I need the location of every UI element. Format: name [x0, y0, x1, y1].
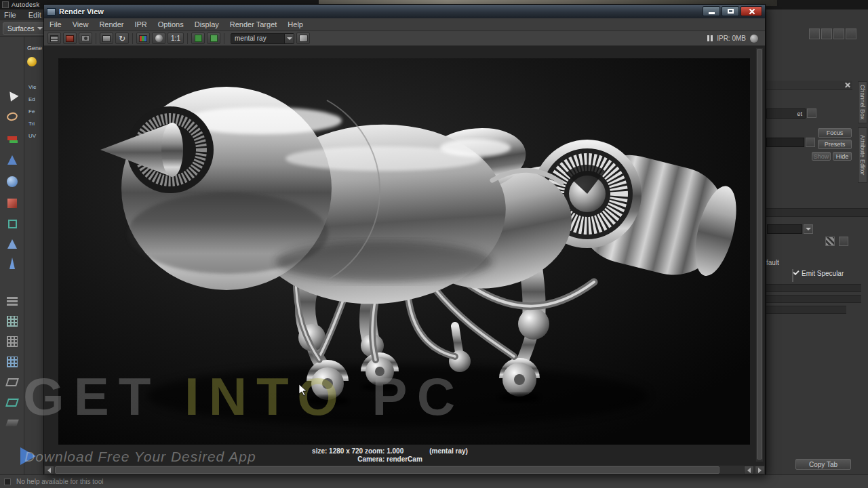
light-bulb-icon[interactable] — [27, 57, 37, 66]
paint-select-tool-icon[interactable] — [4, 130, 20, 146]
menu-view[interactable]: View — [67, 20, 94, 28]
render-view-window-icon — [47, 8, 56, 16]
watermark-tagline: Download Free Your Desired App — [24, 449, 256, 465]
scroll-left-button-2[interactable] — [744, 466, 754, 474]
shelf-tab-label: Surfaces — [7, 25, 34, 33]
shelf-label-truncated: Gene — [27, 45, 42, 52]
select-tool-icon[interactable] — [4, 87, 20, 103]
render-view-menubar: File View Render IPR Options Display Ren… — [44, 18, 765, 31]
left-panel-strip: Gene Vie Ed Fe Tri UV — [24, 37, 43, 308]
lattice-icon[interactable] — [4, 354, 20, 370]
checker-texture-icon[interactable] — [825, 237, 835, 246]
menu-options[interactable]: Options — [153, 20, 189, 28]
layout-four-view-icon[interactable] — [821, 28, 832, 39]
one-to-one-button[interactable]: 1:1 — [167, 33, 184, 44]
ae-text-input[interactable] — [766, 138, 804, 147]
vertical-scrollbar[interactable] — [755, 47, 764, 462]
chevron-down-icon — [37, 27, 43, 30]
focus-button[interactable]: Focus — [818, 128, 852, 138]
renderer-dropdown[interactable]: mental ray — [231, 33, 294, 44]
nurbs-cone-icon[interactable] — [4, 152, 20, 168]
status-help-text: No help available for this tool — [16, 478, 103, 485]
render-current-frame-icon[interactable] — [47, 33, 61, 44]
attribute-dropdown[interactable] — [767, 224, 802, 234]
hide-button[interactable]: Hide — [833, 152, 852, 161]
maya-app-icon — [2, 1, 9, 8]
watermark-word-into: INTO — [184, 367, 348, 426]
layout-split-icon[interactable] — [833, 28, 844, 39]
node-list-icon[interactable] — [807, 108, 816, 118]
grid-plane-icon[interactable] — [4, 333, 20, 350]
save-image-icon[interactable] — [296, 33, 310, 44]
presets-button[interactable]: Presets — [818, 140, 852, 149]
scroll-right-button[interactable] — [755, 466, 765, 474]
minimize-button[interactable] — [703, 6, 720, 16]
panel-label-view: Vie — [28, 84, 36, 90]
snapshot-icon[interactable] — [79, 33, 92, 44]
scroll-left-button[interactable] — [44, 466, 54, 474]
maya-menu-edit[interactable]: Edit — [28, 11, 41, 19]
menu-file[interactable]: File — [44, 20, 67, 28]
menu-ipr[interactable]: IPR — [129, 20, 152, 28]
shelf-tab-surfaces[interactable]: Surfaces — [3, 22, 47, 35]
ipr-memory-label: IPR: 0MB — [717, 35, 746, 42]
remove-image-icon[interactable] — [207, 33, 220, 44]
pause-icon[interactable] — [707, 35, 713, 41]
polygon-cube-icon[interactable] — [4, 195, 20, 211]
menu-render[interactable]: Render — [94, 20, 129, 28]
close-button[interactable] — [741, 6, 762, 16]
close-icon[interactable] — [844, 82, 850, 88]
ipr-render-icon[interactable] — [100, 33, 113, 44]
render-swatch-icon[interactable] — [839, 237, 848, 246]
vertical-scrollbar-thumb[interactable] — [757, 49, 762, 460]
layout-outliner-icon[interactable] — [846, 28, 856, 39]
chevron-down-icon[interactable] — [284, 34, 294, 43]
render-view-titlebar[interactable]: Render View — [44, 5, 765, 18]
attribute-row[interactable] — [766, 284, 861, 292]
plane-tool-icon[interactable] — [4, 374, 20, 390]
dropdown-arrow-icon[interactable] — [804, 224, 813, 234]
horizontal-scrollbar[interactable] — [44, 465, 765, 474]
keep-image-icon[interactable] — [191, 33, 205, 44]
renderer-name-label: (mental ray) — [429, 447, 468, 455]
ground-plane-icon[interactable] — [4, 415, 20, 431]
section-bar[interactable] — [766, 208, 868, 217]
refresh-render-icon[interactable]: ↻ — [115, 33, 129, 44]
attribute-row[interactable] — [766, 306, 846, 314]
redo-previous-render-icon[interactable] — [63, 33, 77, 44]
emit-specular-checkbox[interactable] — [792, 269, 793, 282]
menu-display[interactable]: Display — [189, 20, 224, 28]
maya-menu-file[interactable]: File — [4, 11, 16, 19]
spike-tool-icon[interactable] — [4, 255, 20, 271]
cube-wireframe-icon[interactable] — [4, 216, 20, 232]
menu-help[interactable]: Help — [282, 20, 309, 28]
help-toggle-checkbox[interactable] — [4, 479, 11, 485]
rgb-channels-icon[interactable] — [136, 33, 150, 44]
attribute-panel: et Focus Presets Show Hide fault Emit Sp… — [766, 9, 868, 474]
node-name-field[interactable]: et — [766, 108, 806, 119]
panel-label-edit: Ed — [28, 96, 35, 102]
maya-statusbar: No help available for this tool — [0, 474, 868, 488]
panel-label-tri: Tri — [28, 121, 35, 127]
mouse-cursor — [298, 384, 309, 397]
menu-render-target[interactable]: Render Target — [224, 20, 283, 28]
alpha-channel-icon[interactable] — [152, 33, 165, 44]
watermark-logo: GET INTO PC — [23, 366, 465, 428]
attribute-editor-tab[interactable]: Attribute Editor — [858, 127, 867, 183]
layout-single-icon[interactable] — [809, 28, 820, 39]
copy-tab-button[interactable]: Copy Tab — [795, 459, 851, 470]
maximize-button[interactable] — [722, 6, 739, 16]
surface-patch-icon[interactable] — [4, 394, 20, 411]
panel-label-face: Fe — [28, 108, 35, 115]
lasso-tool-icon[interactable] — [4, 108, 20, 125]
cone-tool-icon[interactable] — [4, 236, 20, 252]
attribute-row[interactable] — [766, 295, 861, 303]
nurbs-sphere-icon[interactable] — [4, 174, 20, 190]
show-button[interactable]: Show — [812, 152, 831, 161]
emit-specular-label: Emit Specular — [802, 270, 844, 277]
grid-surface-icon[interactable] — [4, 313, 20, 329]
texture-map-icon[interactable] — [806, 138, 815, 147]
layer-stack-icon[interactable] — [4, 293, 20, 309]
horizontal-scrollbar-thumb[interactable] — [55, 466, 719, 474]
channel-box-tab[interactable]: Channel Box — [858, 81, 867, 123]
